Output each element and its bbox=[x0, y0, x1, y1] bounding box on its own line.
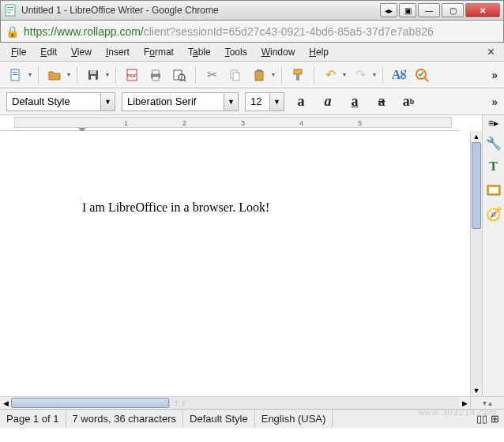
ruler-tick: 4 bbox=[299, 119, 303, 127]
vertical-scrollbar[interactable]: ▲ ▼ bbox=[470, 131, 482, 396]
document-body-text[interactable]: I am LibreOffice in a browser. Look! bbox=[82, 200, 399, 215]
print-button[interactable] bbox=[146, 66, 165, 84]
vscroll-thumb[interactable] bbox=[472, 142, 481, 229]
format-toolbar-overflow-button[interactable]: » bbox=[491, 96, 498, 108]
open-button[interactable] bbox=[45, 66, 64, 84]
paste-dropdown-icon[interactable]: ▾ bbox=[272, 71, 275, 78]
menu-window[interactable]: Window bbox=[255, 45, 302, 59]
url-bar[interactable]: 🔒 https://www.rollapp.com/client?session… bbox=[0, 21, 504, 43]
ruler-tick: 3 bbox=[241, 119, 245, 127]
cut-button[interactable]: ✂ bbox=[202, 66, 221, 84]
scroll-right-icon[interactable]: ▶ bbox=[459, 397, 470, 409]
menu-insert[interactable]: Insert bbox=[100, 45, 136, 59]
menu-help[interactable]: Help bbox=[303, 45, 335, 59]
font-size-combo[interactable]: ▼ bbox=[245, 92, 284, 111]
gallery-icon[interactable] bbox=[485, 182, 502, 199]
toolbar-overflow-button[interactable]: » bbox=[491, 69, 498, 81]
undo-button[interactable]: ↶ bbox=[321, 66, 340, 84]
paste-button[interactable] bbox=[250, 66, 269, 84]
menu-edit[interactable]: Edit bbox=[34, 45, 63, 59]
status-wordcount[interactable]: 7 words, 36 characters bbox=[66, 410, 184, 428]
redo-dropdown-icon[interactable]: ▾ bbox=[373, 71, 376, 78]
workspace: I am LibreOffice in a browser. Look! ▲ ▼… bbox=[0, 131, 504, 396]
print-preview-button[interactable] bbox=[170, 66, 189, 84]
copy-button[interactable] bbox=[226, 66, 245, 84]
properties-icon[interactable]: 🔧 bbox=[485, 134, 502, 152]
url-text: https://www.rollapp.com/client?sessionId… bbox=[24, 25, 434, 38]
menu-file[interactable]: File bbox=[5, 45, 32, 59]
url-path: client?sessionId=65d27c43-0921-4bd6-85a5… bbox=[144, 25, 434, 38]
chrome-titlebar: Untitled 1 - LibreOffice Writer - Google… bbox=[0, 0, 504, 21]
open-dropdown-icon[interactable]: ▾ bbox=[67, 71, 70, 78]
page-corner-icon bbox=[81, 193, 92, 204]
font-size-input[interactable] bbox=[246, 93, 269, 110]
minimize-button[interactable]: — bbox=[418, 3, 440, 17]
svg-rect-13 bbox=[152, 70, 159, 74]
styles-icon[interactable]: T bbox=[485, 158, 502, 175]
separator bbox=[314, 66, 314, 84]
new-doc-button[interactable] bbox=[6, 66, 25, 84]
clone-formatting-button[interactable] bbox=[288, 66, 307, 84]
autospellcheck-button[interactable] bbox=[413, 66, 432, 84]
separator bbox=[115, 66, 116, 84]
strikethrough-button[interactable]: a bbox=[371, 92, 392, 111]
paragraph-style-dropdown-icon[interactable]: ▼ bbox=[100, 93, 115, 110]
font-name-dropdown-icon[interactable]: ▼ bbox=[224, 93, 238, 110]
scroll-left-icon[interactable]: ◀ bbox=[0, 397, 11, 409]
status-language[interactable]: English (USA) bbox=[255, 410, 333, 428]
scroll-down-icon[interactable]: ▼ bbox=[471, 385, 482, 396]
horizontal-scrollbar[interactable]: ◀ ⋮⋮⋮ ▶ bbox=[0, 397, 470, 409]
maximize-button[interactable]: ▢ bbox=[442, 3, 464, 17]
formatting-toolbar: ▼ ▼ ▼ a a a a ab » bbox=[0, 88, 504, 115]
status-style[interactable]: Default Style bbox=[183, 410, 255, 428]
svg-line-25 bbox=[424, 77, 428, 81]
sidebar-toggle-strip: ≡▸ bbox=[482, 115, 504, 131]
spellcheck-button[interactable]: Aꙋ bbox=[389, 66, 408, 84]
page[interactable]: I am LibreOffice in a browser. Look! bbox=[11, 137, 470, 396]
superscript-button[interactable]: ab bbox=[398, 92, 419, 111]
chrome-ext-button-1[interactable]: ◂▸ bbox=[380, 3, 397, 17]
document-close-button[interactable]: × bbox=[483, 45, 499, 59]
scroll-up-icon[interactable]: ▲ bbox=[471, 131, 482, 142]
paragraph-style-input[interactable] bbox=[7, 93, 100, 110]
status-page[interactable]: Page 1 of 1 bbox=[0, 410, 66, 428]
svg-rect-20 bbox=[255, 71, 263, 81]
font-name-input[interactable] bbox=[122, 93, 224, 110]
document-area[interactable]: I am LibreOffice in a browser. Look! bbox=[0, 131, 470, 396]
bold-button[interactable]: a bbox=[291, 92, 311, 111]
separator bbox=[382, 66, 383, 84]
save-button[interactable] bbox=[84, 66, 103, 84]
svg-rect-22 bbox=[294, 69, 302, 74]
svg-rect-8 bbox=[90, 70, 96, 74]
chrome-ext-button-2[interactable]: ▣ bbox=[399, 3, 416, 17]
navigator-icon[interactable]: 🧭 bbox=[485, 205, 502, 223]
undo-dropdown-icon[interactable]: ▾ bbox=[343, 71, 346, 78]
svg-rect-28 bbox=[489, 187, 498, 193]
ruler-tick: 2 bbox=[182, 119, 186, 127]
underline-button[interactable]: a bbox=[344, 92, 365, 111]
horizontal-ruler[interactable]: 1 2 3 4 5 bbox=[0, 115, 460, 131]
new-dropdown-icon[interactable]: ▾ bbox=[28, 71, 32, 78]
separator bbox=[195, 66, 196, 84]
menu-tools[interactable]: Tools bbox=[219, 45, 254, 59]
separator bbox=[77, 66, 77, 84]
font-size-dropdown-icon[interactable]: ▼ bbox=[269, 93, 284, 110]
italic-button[interactable]: a bbox=[318, 92, 338, 111]
close-button[interactable]: ✕ bbox=[465, 3, 500, 17]
paragraph-style-combo[interactable]: ▼ bbox=[6, 92, 115, 111]
menu-table[interactable]: Table bbox=[182, 45, 217, 59]
separator bbox=[38, 66, 39, 84]
hscroll-thumb[interactable] bbox=[11, 398, 169, 408]
font-name-combo[interactable]: ▼ bbox=[122, 92, 239, 111]
export-pdf-button[interactable]: PDF bbox=[122, 66, 141, 84]
menu-view[interactable]: View bbox=[65, 45, 98, 59]
menu-format[interactable]: Format bbox=[137, 45, 180, 59]
svg-rect-23 bbox=[296, 74, 299, 81]
menu-bar: File Edit View Insert Format Table Tools… bbox=[0, 43, 504, 62]
sidebar-menu-icon[interactable]: ≡▸ bbox=[485, 115, 502, 131]
svg-rect-1 bbox=[7, 7, 13, 8]
redo-button[interactable]: ↷ bbox=[351, 66, 370, 84]
hscroll-grip-icon: ⋮⋮⋮ bbox=[166, 399, 187, 406]
save-dropdown-icon[interactable]: ▾ bbox=[106, 71, 109, 78]
separator bbox=[281, 66, 282, 84]
